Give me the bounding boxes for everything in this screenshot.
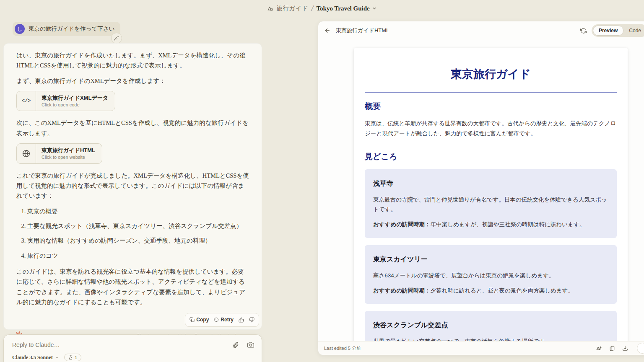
app-header: 旅行ガイド / Tokyo Travel Guide — [0, 0, 644, 17]
chevron-down-icon — [55, 355, 59, 359]
spot-tip: おすすめの訪問時期：年中楽しめますが、初詣や三社祭の時期は特に賑わいます。 — [373, 220, 608, 229]
assistant-paragraph: これで東京の旅行ガイドが完成しました。XMLデータを構造化し、HTMLとCSSを… — [16, 171, 249, 201]
retry-icon — [214, 317, 219, 322]
assistant-paragraph: はい、東京の旅行ガイドを作成いたします。まず、XMLデータを構造化し、その後HT… — [16, 50, 249, 71]
artifact-header: 東京旅行ガイドHTML Preview Code — [318, 21, 644, 40]
list-item: 東京の概要 — [27, 206, 249, 216]
spots-heading: 見どころ — [365, 151, 617, 162]
project-name[interactable]: 旅行ガイド — [276, 5, 308, 13]
assistant-paragraph: まず、東京の旅行ガイドのXMLデータを作成します： — [16, 76, 249, 86]
spot-description: 東京最古の寺院で、雷門と仲見世通りが有名です。日本の伝統文化を体験できる人気スポ… — [373, 195, 608, 214]
more-button[interactable] — [637, 343, 644, 354]
spot-tip-label: おすすめの訪問時期： — [373, 221, 431, 228]
reply-composer: Reply to Claude… Claude 3.5 Sonnet 1 — [3, 334, 262, 362]
user-message-bubble: し 東京の旅行ガイドを作って下さい — [13, 22, 120, 36]
download-icon[interactable] — [622, 345, 628, 351]
chat-title[interactable]: Tokyo Travel Guide — [316, 5, 369, 12]
spot-card-sensoji: 浅草寺 東京最古の寺院で、雷門と仲見世通りが有名です。日本の伝統文化を体験できる… — [365, 169, 617, 238]
publish-icon[interactable] — [596, 345, 602, 352]
overview-heading: 概要 — [365, 101, 617, 112]
back-arrow-icon[interactable] — [324, 27, 331, 34]
assistant-message: はい、東京の旅行ガイドを作成いたします。まず、XMLデータを構造化し、その後HT… — [3, 43, 262, 330]
overview-text: 東京は、伝統と革新が共存する世界有数の大都市です。古代からの歴史と文化、最先端の… — [365, 119, 617, 139]
code-tab[interactable]: Code — [623, 26, 644, 35]
spot-name: 東京スカイツリー — [373, 255, 608, 264]
counter-value: 1 — [75, 355, 77, 360]
attach-file-icon[interactable] — [233, 342, 239, 348]
preview-page: 東京旅行ガイド 概要 東京は、伝統と革新が共存する世界有数の大都市です。古代から… — [354, 48, 628, 341]
list-item: 実用的な情報（おすすめの訪問シーズン、交通手段、地元の料理） — [27, 235, 249, 246]
content-counter-pill[interactable]: 1 — [64, 354, 81, 361]
model-selector[interactable]: Claude 3.5 Sonnet — [12, 354, 59, 361]
last-edited-text: Last edited 5 分前 — [324, 345, 361, 352]
breadcrumb-separator: / — [311, 4, 313, 13]
artifact-panel: 東京旅行ガイドHTML Preview Code 東京旅行ガイド 概要 東京は、… — [318, 21, 644, 355]
copy-button[interactable]: Copy — [190, 315, 209, 324]
spot-tip-label: おすすめの訪問時期： — [373, 287, 431, 294]
spot-tip-text: 夕暮れ時に訪れると、昼と夜の景色を両方楽しめます。 — [431, 287, 574, 294]
chevron-down-icon[interactable] — [372, 6, 377, 11]
preview-page-title: 東京旅行ガイド — [365, 67, 617, 93]
artifact-title: 東京旅行ガイドHTML — [336, 27, 389, 34]
thumbs-up-icon[interactable] — [239, 317, 244, 323]
artifact-chip-xml[interactable]: </> 東京旅行ガイドXMLデータ Click to open code — [16, 91, 115, 111]
list-item: 主要な観光スポット（浅草寺、東京スカイツリー、渋谷スクランブル交差点） — [27, 221, 249, 231]
screenshot-icon[interactable] — [247, 341, 254, 348]
assistant-paragraph: 次に、このXMLデータを基にHTMLとCSSを作成し、視覚的に魅力的な旅行ガイド… — [16, 118, 249, 138]
chat-column: し 東京の旅行ガイドを作って下さい はい、東京の旅行ガイドを作成いたします。まず… — [3, 22, 262, 341]
assistant-paragraph: このガイドは、東京を訪れる観光客に役立つ基本的な情報を提供しています。必要に応じ… — [16, 266, 249, 307]
spot-name: 浅草寺 — [373, 179, 608, 188]
spot-description: 世界で最も忙しい交差点の一つで、東京の活気を象徴する場所です。 — [373, 336, 608, 341]
pencil-icon — [114, 36, 119, 41]
project-icon — [267, 5, 273, 12]
code-icon: </> — [17, 91, 36, 111]
artifact-preview-area: 東京旅行ガイド 概要 東京は、伝統と革新が共存する世界有数の大都市です。古代から… — [318, 40, 644, 341]
preview-code-toggle: Preview Code — [592, 24, 644, 37]
artifact-chip-subtitle: Click to open code — [42, 102, 108, 108]
user-avatar: し — [15, 24, 25, 34]
artifact-chip-title: 東京旅行ガイドXMLデータ — [42, 94, 108, 102]
flask-icon — [68, 355, 73, 360]
preview-tab[interactable]: Preview — [593, 26, 623, 36]
spot-name: 渋谷スクランブル交差点 — [373, 321, 608, 330]
artifact-chip-title: 東京旅行ガイドHTML — [42, 147, 95, 154]
spot-tip-text: 年中楽しめますが、初詣や三社祭の時期は特に賑わいます。 — [431, 221, 585, 228]
edit-message-button[interactable] — [111, 33, 122, 44]
retry-label: Retry — [221, 315, 234, 324]
spot-card-skytree: 東京スカイツリー 高さ634メートルの電波塔で、展望台からは東京の絶景を楽しめま… — [365, 245, 617, 304]
list-item: 旅行のコツ — [27, 251, 249, 261]
spot-description: 高さ634メートルの電波塔で、展望台からは東京の絶景を楽しめます。 — [373, 271, 608, 280]
reply-input[interactable]: Reply to Claude… — [12, 341, 233, 348]
retry-button[interactable]: Retry — [214, 315, 234, 324]
spot-tip: おすすめの訪問時期：夕暮れ時に訪れると、昼と夜の景色を両方楽しめます。 — [373, 286, 608, 295]
spot-card-shibuya: 渋谷スクランブル交差点 世界で最も忙しい交差点の一つで、東京の活気を象徴する場所… — [365, 311, 617, 341]
refresh-icon[interactable] — [580, 28, 587, 34]
assistant-list: 東京の概要 主要な観光スポット（浅草寺、東京スカイツリー、渋谷スクランブル交差点… — [27, 206, 249, 261]
copy-icon[interactable] — [609, 345, 615, 351]
globe-icon — [17, 144, 36, 163]
copy-icon — [190, 317, 195, 322]
user-message-text: 東京の旅行ガイドを作って下さい — [29, 25, 114, 33]
artifact-chip-subtitle: Click to open website — [42, 154, 95, 160]
model-name: Claude 3.5 Sonnet — [12, 354, 53, 361]
thumbs-down-icon[interactable] — [249, 317, 254, 323]
message-toolbar: Copy Retry — [185, 313, 259, 326]
artifact-chip-html[interactable]: 東京旅行ガイドHTML Click to open website — [16, 143, 102, 163]
artifact-footer: Last edited 5 分前 — [318, 341, 644, 355]
copy-label: Copy — [196, 315, 209, 324]
